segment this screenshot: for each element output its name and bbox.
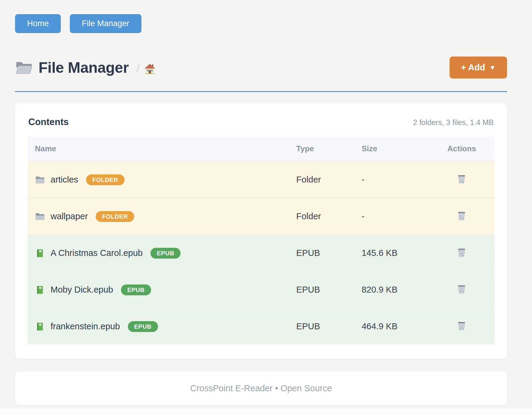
file-type: EPUB: [289, 235, 354, 272]
table-row[interactable]: frankenstein.epub EPUB EPUB 464.9 KB: [28, 308, 494, 345]
green-book-icon: [35, 249, 45, 258]
title-group: File Manager /: [15, 59, 156, 76]
page-title: File Manager: [39, 59, 129, 76]
add-button[interactable]: + Add ▼: [450, 57, 507, 78]
nav-file-manager-button[interactable]: File Manager: [70, 14, 141, 33]
file-name: frankenstein.epub: [51, 321, 120, 331]
delete-button[interactable]: [455, 283, 468, 297]
trash-icon: [456, 174, 467, 185]
contents-card: Contents 2 folders, 3 files, 1.4 MB Name…: [15, 103, 507, 359]
trash-icon: [456, 247, 467, 258]
table-header-row: Name Type Size Actions: [28, 137, 494, 161]
delete-button[interactable]: [455, 319, 468, 334]
green-book-icon: [35, 322, 45, 331]
footer-text: CrossPoint E-Reader • Open Source: [190, 383, 332, 393]
type-badge: FOLDER: [86, 174, 125, 185]
column-header-name: Name: [28, 137, 289, 161]
file-name: Moby Dick.epub: [51, 285, 113, 295]
column-header-type: Type: [289, 137, 354, 161]
page-header: File Manager / + Add ▼: [15, 57, 507, 78]
page: Home File Manager File Manager /: [0, 0, 532, 405]
file-size: 464.9 KB: [354, 308, 429, 345]
file-size: 145.6 KB: [354, 235, 429, 272]
table-row[interactable]: articles FOLDER Folder -: [28, 161, 494, 198]
file-name: articles: [51, 175, 78, 185]
file-type: Folder: [289, 161, 354, 198]
folder-icon: [35, 212, 45, 221]
table-row[interactable]: Moby Dick.epub EPUB EPUB 820.9 KB: [28, 272, 494, 308]
file-name: A Christmas Carol.epub: [51, 248, 143, 258]
contents-summary: 2 folders, 3 files, 1.4 MB: [413, 118, 494, 127]
file-type: EPUB: [289, 272, 354, 308]
file-type: Folder: [289, 198, 354, 235]
folder-icon: [35, 175, 45, 184]
green-book-icon: [35, 285, 45, 294]
contents-title: Contents: [28, 117, 69, 128]
file-size: -: [354, 198, 429, 235]
file-size: -: [354, 161, 429, 198]
nav-home-button[interactable]: Home: [15, 14, 61, 33]
file-size: 820.9 KB: [354, 272, 429, 308]
file-type: EPUB: [289, 308, 354, 345]
column-header-size: Size: [354, 137, 429, 161]
trash-icon: [456, 284, 467, 295]
trash-icon: [456, 211, 467, 221]
open-folder-icon: [15, 60, 32, 75]
table-row[interactable]: wallpaper FOLDER Folder -: [28, 198, 494, 235]
add-button-label: + Add: [461, 63, 485, 72]
page-bottom-edge: [0, 408, 532, 415]
file-name: wallpaper: [51, 211, 88, 221]
delete-button[interactable]: [455, 209, 468, 223]
contents-header: Contents 2 folders, 3 files, 1.4 MB: [28, 117, 494, 128]
files-table: Name Type Size Actions: [28, 137, 494, 344]
caret-down-icon: ▼: [489, 64, 496, 71]
footer: CrossPoint E-Reader • Open Source: [15, 371, 507, 405]
type-badge: FOLDER: [96, 211, 134, 222]
breadcrumb-separator: /: [137, 63, 139, 74]
house-icon[interactable]: [144, 61, 156, 75]
type-badge: EPUB: [121, 284, 151, 295]
type-badge: EPUB: [128, 321, 158, 332]
delete-button[interactable]: [455, 173, 468, 187]
table-row[interactable]: A Christmas Carol.epub EPUB EPUB 145.6 K…: [28, 235, 494, 272]
column-header-actions: Actions: [429, 137, 494, 161]
top-nav: Home File Manager: [15, 14, 507, 33]
type-badge: EPUB: [150, 248, 181, 259]
trash-icon: [456, 321, 467, 331]
header-divider: [15, 91, 507, 92]
delete-button[interactable]: [455, 246, 468, 260]
